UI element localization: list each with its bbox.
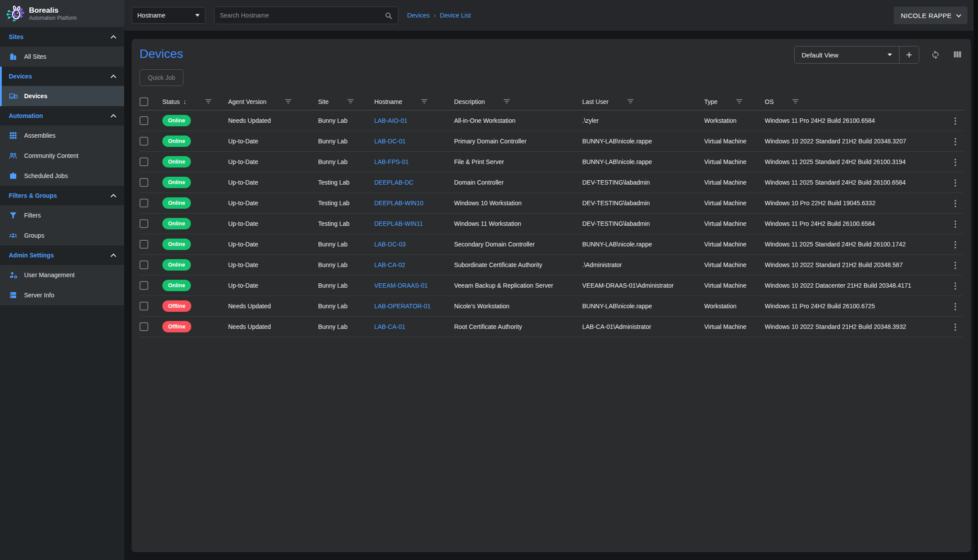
sidebar-item-scheduled-jobs[interactable]: Scheduled Jobs [0, 166, 124, 186]
table-header-row: Status ↓ Agent Version ↓ Site ↓ Hostname… [140, 93, 963, 111]
row-checkbox[interactable] [140, 137, 148, 146]
site-cell: Testing Lab [318, 179, 374, 186]
agent-version-cell: Needs Updated [228, 117, 318, 124]
column-header-hostname[interactable]: Hostname ↓ [374, 98, 454, 105]
type-cell: Virtual Machine [704, 220, 765, 227]
view-selector-dropdown[interactable]: Default View [795, 46, 899, 63]
sidebar-item-groups[interactable]: Groups [0, 225, 124, 246]
kebab-menu-icon[interactable]: ⋮ [949, 198, 962, 208]
agent-version-cell: Up-to-Date [228, 282, 318, 289]
status-badge: Online [162, 218, 191, 229]
table-body: Online Needs Updated Bunny Lab LAB-AIO-0… [140, 111, 963, 337]
sidebar-item-devices[interactable]: Devices [0, 86, 124, 106]
sidebar-section-label: Devices [9, 73, 32, 80]
column-header-agent-version[interactable]: Agent Version ↓ [228, 98, 318, 105]
hostname-link[interactable]: LAB-FPS-01 [374, 158, 409, 165]
sidebar-section-admin-settings[interactable]: Admin Settings [0, 246, 124, 265]
sidebar-section-automation[interactable]: Automation [0, 106, 124, 125]
kebab-menu-icon[interactable]: ⋮ [949, 178, 962, 188]
sidebar-item-all-sites[interactable]: All Sites [0, 46, 124, 67]
last-user-cell: BUNNY-LAB\nicole.rappe [582, 241, 704, 248]
filter-icon[interactable] [736, 99, 743, 104]
status-badge: Online [162, 156, 191, 168]
search-field-selector[interactable]: Hostname [132, 7, 205, 24]
kebab-menu-icon[interactable]: ⋮ [949, 136, 962, 146]
column-header-type[interactable]: Type ↓ [704, 98, 765, 105]
filter-icon[interactable] [421, 99, 428, 104]
description-cell: Subordinate Certificate Authority [454, 261, 582, 268]
description-cell: Domain Controller [454, 179, 582, 186]
devices-panel: Devices Default View + [132, 39, 971, 552]
column-header-site[interactable]: Site ↓ [318, 98, 374, 105]
topbar: Hostname Devices › Device List NICOLE RA… [124, 0, 978, 31]
hostname-link[interactable]: DEEPLAB-WIN10 [374, 200, 423, 207]
sidebar-section-sites[interactable]: Sites [0, 27, 124, 46]
quick-job-button[interactable]: Quick Job [140, 69, 183, 86]
kebab-menu-icon[interactable]: ⋮ [949, 281, 962, 291]
breadcrumb-devices[interactable]: Devices [407, 12, 430, 19]
hostname-link[interactable]: DEEPLAB-DC [374, 179, 413, 186]
column-settings-button[interactable] [952, 49, 963, 61]
os-cell: Windows 11 2025 Standard 24H2 Build 2610… [765, 158, 944, 165]
status-badge: Offline [162, 300, 191, 312]
breadcrumb-separator: › [434, 12, 436, 19]
description-cell: Secondary Domain Controller [454, 241, 582, 248]
kebab-menu-icon[interactable]: ⋮ [949, 219, 962, 229]
hostname-link[interactable]: LAB-DC-01 [374, 138, 406, 145]
hostname-link[interactable]: VEEAM-DRAAS-01 [374, 282, 428, 289]
kebab-menu-icon[interactable]: ⋮ [949, 260, 962, 270]
column-header-last-user[interactable]: Last User ↓ [582, 98, 704, 105]
row-checkbox[interactable] [140, 199, 148, 207]
column-header-status[interactable]: Status ↓ [162, 98, 228, 106]
select-all-checkbox[interactable] [140, 97, 148, 106]
filter-icon[interactable] [285, 99, 292, 104]
sidebar-item-community-content[interactable]: Community Content [0, 146, 124, 166]
row-checkbox[interactable] [140, 219, 148, 228]
kebab-menu-icon[interactable]: ⋮ [949, 116, 962, 126]
agent-version-cell: Up-to-Date [228, 261, 318, 268]
kebab-menu-icon[interactable]: ⋮ [949, 322, 962, 332]
user-menu-button[interactable]: NICOLE RAPPE [894, 7, 967, 24]
filter-icon[interactable] [792, 99, 799, 104]
hostname-link[interactable]: LAB-OPERATOR-01 [374, 303, 431, 310]
sidebar-item-assemblies[interactable]: Assemblies [0, 125, 124, 146]
row-checkbox[interactable] [140, 260, 148, 269]
sidebar-section-devices[interactable]: Devices [0, 67, 124, 86]
sidebar-item-user-management[interactable]: User Management [0, 265, 124, 285]
hostname-link[interactable]: DEEPLAB-WIN11 [374, 220, 423, 227]
kebab-menu-icon[interactable]: ⋮ [949, 239, 962, 250]
filter-icon[interactable] [627, 99, 634, 104]
breadcrumb-device-list[interactable]: Device List [440, 12, 471, 19]
kebab-menu-icon[interactable]: ⋮ [949, 301, 962, 311]
column-header-description[interactable]: Description ↓ [454, 98, 582, 105]
add-view-button[interactable]: + [899, 46, 919, 63]
status-badge: Online [162, 136, 191, 147]
hostname-link[interactable]: LAB-DC-03 [374, 241, 406, 248]
search-input[interactable] [220, 12, 384, 19]
hostname-link[interactable]: LAB-CA-01 [374, 323, 405, 330]
type-cell: Virtual Machine [704, 138, 765, 145]
filter-icon[interactable] [205, 99, 212, 104]
row-checkbox[interactable] [140, 322, 148, 331]
page-scrollbar[interactable] [974, 0, 978, 560]
sidebar-item-filters[interactable]: Filters [0, 205, 124, 225]
row-checkbox[interactable] [140, 281, 148, 290]
sidebar-section-filters-groups[interactable]: Filters & Groups [0, 186, 124, 205]
row-checkbox[interactable] [140, 116, 148, 125]
row-checkbox[interactable] [140, 302, 148, 310]
description-cell: Veeam Backup & Replication Server [454, 282, 582, 289]
hostname-link[interactable]: LAB-CA-02 [374, 261, 405, 268]
os-cell: Windows 10 2022 Standard 21H2 Build 2034… [765, 261, 944, 268]
sidebar-item-server-info[interactable]: Server Info [0, 285, 124, 305]
row-checkbox[interactable] [140, 157, 148, 166]
os-cell: Windows 10 2022 Standard 21H2 Build 2034… [765, 138, 944, 145]
filter-icon[interactable] [347, 99, 354, 104]
row-checkbox[interactable] [140, 240, 148, 249]
hostname-link[interactable]: LAB-AIO-01 [374, 117, 407, 124]
column-header-os[interactable]: OS ↓ [765, 98, 944, 105]
filter-icon[interactable] [503, 99, 510, 104]
refresh-button[interactable] [930, 49, 941, 61]
row-checkbox[interactable] [140, 178, 148, 187]
status-badge: Online [162, 239, 191, 250]
kebab-menu-icon[interactable]: ⋮ [949, 157, 962, 167]
